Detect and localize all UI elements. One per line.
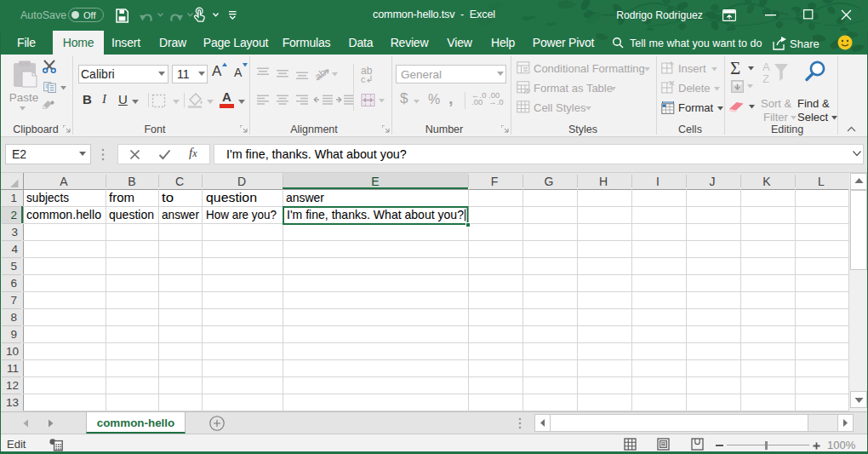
svg-text:common.hello: common.hello	[26, 208, 101, 221]
svg-text:1: 1	[10, 192, 17, 204]
svg-text:4: 4	[11, 243, 18, 256]
svg-text:Z: Z	[762, 72, 769, 85]
svg-text:How are you?: How are you?	[206, 208, 277, 221]
svg-text:I'm fine, thanks. What about y: I'm fine, thanks. What about you?	[287, 208, 464, 221]
svg-text:subjects: subjects	[26, 191, 69, 204]
svg-text:answer: answer	[162, 208, 199, 221]
svg-text:J: J	[710, 175, 716, 188]
svg-text:ab: ab	[312, 66, 328, 83]
svg-text:K: K	[762, 175, 771, 188]
svg-text:C: C	[175, 175, 184, 188]
svg-text:5: 5	[10, 260, 17, 273]
svg-text:3: 3	[11, 226, 18, 238]
svg-text:question: question	[206, 191, 257, 204]
svg-text:G: G	[545, 175, 554, 188]
svg-text:7: 7	[10, 294, 17, 307]
svg-text:D: D	[237, 175, 246, 188]
svg-text:9: 9	[10, 328, 17, 341]
svg-text:from: from	[109, 191, 134, 204]
svg-text:to: to	[162, 191, 174, 204]
svg-text:A: A	[60, 175, 68, 188]
svg-text:2: 2	[10, 209, 17, 221]
svg-text:E: E	[371, 175, 379, 188]
svg-text:I: I	[656, 175, 660, 188]
svg-text:question: question	[109, 208, 154, 221]
svg-text:L: L	[818, 175, 825, 188]
svg-text:H: H	[599, 175, 608, 188]
svg-text:6: 6	[10, 277, 17, 290]
svg-text:c↲: c↲	[361, 74, 374, 84]
svg-text:11: 11	[7, 362, 19, 375]
svg-text:A: A	[762, 60, 770, 73]
svg-text:B: B	[128, 175, 135, 188]
svg-text:F: F	[491, 175, 499, 188]
svg-text:answer: answer	[286, 191, 324, 204]
svg-text:12: 12	[6, 379, 19, 392]
svg-text:8: 8	[10, 311, 17, 324]
svg-text:13: 13	[6, 396, 19, 409]
svg-text:10: 10	[6, 345, 19, 358]
